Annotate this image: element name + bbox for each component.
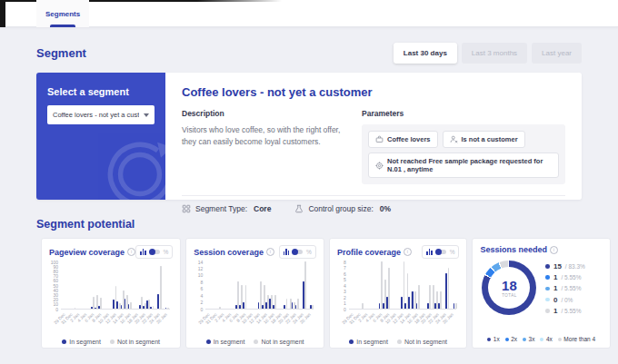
slice-value: 1: [553, 273, 557, 281]
slice-row: 1/ 5.55%: [545, 273, 584, 281]
x-axis: 29 Dec31 Dec2 Jan4 Jan6 Jan8 Jan10 Jan12…: [61, 262, 170, 310]
slice-percent: / 5.55%: [561, 308, 581, 314]
session-coverage-card: Session coverage i % 02468101214 29 Dec3…: [185, 238, 324, 349]
control-group-value: 0%: [380, 204, 391, 213]
slice-row: 1/ 5.55%: [545, 307, 584, 315]
pageview-coverage-card: Pageview coverage i % 010203040506070809…: [41, 238, 181, 349]
segment-type-value: Core: [254, 204, 271, 213]
card-title: Pageview coverage: [49, 248, 125, 257]
card-title: Session coverage: [194, 248, 264, 257]
sessions-legend: 1x 2x 3x 4x More than 4: [473, 336, 610, 342]
slice-row: 15/ 83.3%: [545, 262, 584, 271]
legend-dot-4x: [540, 338, 543, 341]
parameter-chip[interactable]: Not reached Free sample package requeste…: [368, 152, 559, 178]
y-axis: 0102030405060708090100: [49, 262, 59, 310]
tab-active-indicator: [50, 25, 75, 27]
slice-dot: [545, 309, 550, 313]
chart-view-controls[interactable]: %: [279, 245, 316, 259]
chart-legend: In segment Not in segment: [330, 339, 467, 345]
info-icon[interactable]: i: [550, 246, 558, 254]
x-axis: 29 Dec31 Dec2 Jan4 Jan6 Jan8 Jan10 Jan12…: [205, 262, 314, 310]
time-range-last-year[interactable]: Last year: [532, 43, 582, 64]
legend-label-1x: 1x: [493, 336, 500, 342]
percent-icon[interactable]: %: [306, 249, 312, 255]
y-axis: 02468101214: [194, 262, 204, 310]
parameter-chip[interactable]: Is not a customer: [443, 131, 525, 148]
percent-icon[interactable]: %: [164, 249, 169, 255]
sessions-needed-card: Sessions needed i 18 TOTAL 15/ 83.3% 1/ …: [472, 238, 611, 349]
info-icon[interactable]: i: [266, 248, 274, 256]
bar-chart: 0102030405060708090100 29 Dec31 Dec2 Jan…: [49, 262, 173, 337]
slice-dot: [545, 298, 550, 302]
window-edge: [0, 0, 5, 27]
bar-chart-icon[interactable]: [426, 249, 433, 255]
circular-arrow-watermark-icon: [98, 133, 165, 200]
parameters-label: Parameters: [362, 109, 565, 118]
toggle-switch-icon[interactable]: [150, 250, 160, 254]
user-slash-icon: [450, 135, 458, 143]
time-range-last-30-days[interactable]: Last 30 days: [394, 43, 457, 64]
segment-meta-row: Segment Type:Core Control group size:0%: [182, 195, 565, 213]
chevron-down-icon: [144, 113, 149, 117]
legend-dot-more-than-4: [558, 338, 562, 341]
bar-chart-icon[interactable]: [140, 249, 146, 255]
slice-dot: [545, 287, 550, 291]
slice-value: 0: [553, 296, 557, 304]
not-in-segment-dot: [254, 339, 258, 344]
card-title: Profile coverage: [337, 248, 401, 257]
top-bar: Segments: [0, 0, 618, 27]
percent-icon[interactable]: %: [450, 249, 455, 255]
page-header: Segment Last 30 days Last 3 months Last …: [36, 43, 582, 64]
segment-type: Segment Type:Core: [182, 204, 271, 213]
segment-type-label: Segment Type:: [195, 204, 247, 213]
in-segment-dot: [349, 339, 354, 344]
slice-value: 1: [553, 307, 557, 315]
info-icon[interactable]: i: [127, 248, 135, 256]
chip-label: Coffee lovers: [387, 135, 431, 143]
toggle-switch-icon[interactable]: [293, 250, 303, 254]
legend-label-more-than-4: More than 4: [563, 336, 595, 342]
chip-label: Is not a customer: [462, 135, 518, 143]
x-axis: 29 Dec31 Dec2 Jan4 Jan6 Jan8 Jan10 Jan12…: [349, 262, 457, 310]
legend-label-4x: 4x: [546, 336, 553, 342]
segment-potential-title: Segment potential: [36, 218, 582, 231]
segment-panel: Select a segment Coffee lovers - not yet…: [36, 73, 582, 200]
slice-value: 15: [553, 262, 562, 271]
sessions-breakdown-list: 15/ 83.3% 1/ 5.55% 1/ 5.55% 0/ 0% 1/ 5.5…: [545, 261, 584, 315]
info-icon[interactable]: i: [404, 248, 412, 256]
potential-cards-row: Pageview coverage i % 010203040506070809…: [41, 238, 611, 349]
bar-chart-icon[interactable]: [284, 249, 290, 255]
legend-not-in-segment: Not in segment: [261, 339, 304, 345]
time-range-last-3-months[interactable]: Last 3 months: [462, 43, 527, 64]
slice-dot: [545, 275, 550, 280]
donut-total-value: 18: [502, 279, 517, 292]
slice-percent: / 0%: [561, 297, 573, 303]
chart-view-controls[interactable]: %: [422, 245, 459, 259]
chart-view-controls[interactable]: %: [135, 245, 173, 259]
toggle-switch-icon[interactable]: [436, 250, 446, 254]
briefcase-icon: [375, 135, 384, 143]
not-in-segment-dot: [110, 339, 115, 344]
tab-segments-label: Segments: [45, 10, 80, 18]
legend-in-segment: In segment: [214, 339, 245, 345]
parameter-chip[interactable]: Coffee lovers: [368, 131, 438, 148]
selector-title: Select a segment: [47, 86, 154, 97]
legend-in-segment: In segment: [69, 339, 101, 345]
legend-label-3x: 3x: [529, 336, 535, 342]
card-title: Sessions needed: [480, 245, 547, 254]
legend-dot-2x: [505, 338, 509, 341]
donut-total-label: TOTAL: [502, 293, 517, 298]
segment-select-dropdown[interactable]: Coffee lovers - not yet a cust: [47, 105, 154, 124]
in-segment-dot: [62, 339, 66, 344]
tab-segments[interactable]: Segments: [36, 0, 89, 27]
bar-chart: 02468101214 29 Dec31 Dec2 Jan4 Jan6 Jan8…: [194, 262, 316, 337]
description-label: Description: [182, 109, 344, 118]
bar-chart: 012345678 29 Dec31 Dec2 Jan4 Jan6 Jan8 J…: [337, 262, 460, 337]
time-range-buttons: Last 30 days Last 3 months Last year: [394, 43, 582, 64]
control-group-size: Control group size:0%: [294, 204, 391, 213]
chart-legend: In segment Not in segment: [186, 339, 324, 345]
slice-percent: / 5.55%: [561, 274, 581, 280]
legend-dot-1x: [487, 338, 491, 341]
profile-coverage-card: Profile coverage i % 012345678 29 Dec31 …: [329, 238, 468, 349]
control-group-label: Control group size:: [308, 204, 373, 213]
